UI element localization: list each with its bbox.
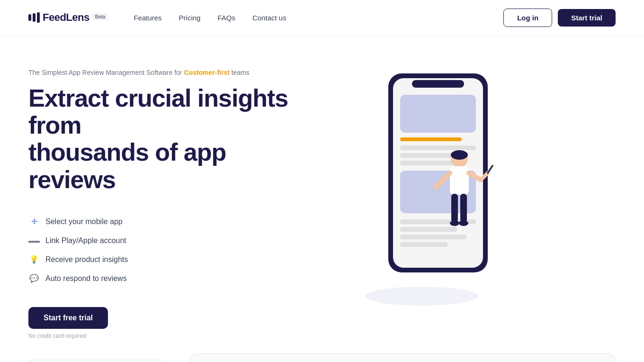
nav-links: Features Pricing FAQs Contact us [127,10,293,26]
no-credit-text: No credit card required [28,333,313,339]
svg-rect-15 [450,166,469,195]
feature-select: ✛ Select your mobile app [28,212,313,231]
login-button[interactable]: Log in [503,9,552,27]
select-icon: ✛ [28,216,40,227]
beta-badge: Beta [92,13,108,20]
svg-point-13 [365,287,478,306]
lightbulb-icon: 💡 [28,254,40,265]
bottom-section: P FeedLens on Product Hunt Supported by … [0,339,644,362]
svg-rect-10 [400,227,457,232]
product-hunt-badge[interactable]: P FeedLens on Product Hunt [28,360,161,362]
svg-line-24 [488,166,492,173]
svg-point-21 [459,220,468,226]
hero-illustration [313,64,540,301]
logo-icon [28,12,40,23]
logo: FeedLens Beta [28,11,108,24]
navbar: FeedLens Beta Features Pricing FAQs Cont… [0,0,644,36]
nav-features[interactable]: Features [127,10,168,26]
chat-icon: 💬 [28,273,40,284]
feature-link: ▬▬ Link Play/Apple account [28,231,313,250]
nav-pricing[interactable]: Pricing [172,10,207,26]
svg-rect-3 [400,95,476,133]
logo-bar-3 [37,12,40,23]
svg-rect-18 [451,194,458,222]
svg-rect-4 [400,137,462,141]
svg-rect-2 [412,80,464,88]
svg-point-20 [450,220,459,226]
svg-rect-19 [460,194,467,222]
nav-right: Log in Start trial [503,9,616,27]
start-trial-button[interactable]: Start trial [558,9,616,27]
hero-svg [313,64,526,306]
logo-bar-1 [28,14,31,21]
link-icon: ▬▬ [28,235,40,246]
svg-point-22 [451,150,468,160]
logo-bar-2 [33,13,36,22]
svg-rect-5 [400,145,476,150]
hero-title: Extract crucial insights from thousands … [28,85,313,193]
cta-section: Start free trial No credit card required [28,307,313,339]
feature-respond: 💬 Auto respond to reviews [28,269,313,288]
logo-text: FeedLens [43,11,89,24]
hero-section: The Simplest App Review Management Softw… [0,36,644,339]
nav-contact[interactable]: Contact us [246,10,293,26]
hero-content: The Simplest App Review Management Softw… [28,64,313,339]
start-free-trial-button[interactable]: Start free trial [28,307,108,329]
svg-rect-12 [400,242,447,247]
nav-faqs[interactable]: FAQs [211,10,242,26]
feature-list: ✛ Select your mobile app ▬▬ Link Play/Ap… [28,212,313,288]
feature-receive: 💡 Receive product insights [28,250,313,269]
svg-rect-11 [400,235,466,239]
svg-rect-6 [400,153,457,158]
hero-subtitle: The Simplest App Review Management Softw… [28,69,313,76]
supported-box: Supported by ⚡ RazorpayRize paddle [189,353,616,362]
nav-left: FeedLens Beta Features Pricing FAQs Cont… [28,10,293,26]
